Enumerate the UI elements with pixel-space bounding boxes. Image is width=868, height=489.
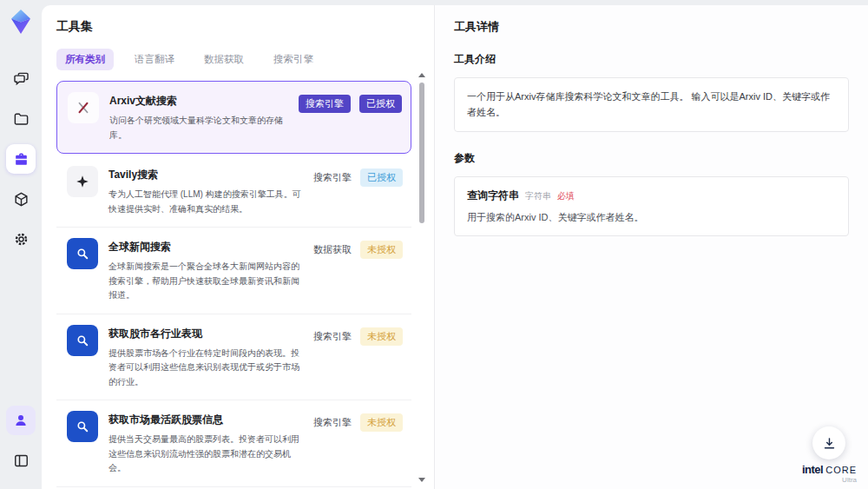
tab-search-engine[interactable]: 搜索引擎 — [265, 49, 322, 70]
corner-widgets: intel CORE Ultra — [802, 426, 857, 484]
tool-name: 全球新闻搜索 — [108, 240, 303, 254]
tool-name: Arxiv文献搜索 — [109, 94, 288, 109]
toolbox-icon — [13, 151, 30, 168]
tool-intro-text: 一个用于从Arxiv存储库搜索科学论文和文章的工具。 输入可以是Arxiv ID… — [454, 77, 849, 132]
tool-list: Arxiv文献搜索 访问各个研究领域大量科学论文和文章的存储库。 搜索引擎 已授… — [56, 81, 434, 489]
tool-name: 获取市场最活跃股票信息 — [108, 413, 303, 427]
stock-search-icon — [67, 411, 98, 442]
left-rail — [0, 0, 42, 489]
gear-icon — [13, 231, 30, 248]
app-logo[interactable] — [8, 9, 34, 38]
gem-logo-icon — [8, 9, 34, 35]
auth-status-badge: 已授权 — [359, 95, 402, 113]
app-root: 工具集 所有类别 语言翻译 数据获取 搜索引擎 A — [0, 0, 868, 489]
auth-status-badge: 未授权 — [360, 413, 403, 432]
tab-all-categories[interactable]: 所有类别 — [56, 49, 114, 70]
nav-chat-button[interactable] — [6, 64, 36, 94]
param-required-flag: 必填 — [557, 190, 575, 202]
nav-files-button[interactable] — [6, 104, 36, 134]
main-surface: 工具集 所有类别 语言翻译 数据获取 搜索引擎 A — [42, 5, 868, 489]
tool-list-scrollbar[interactable] — [418, 73, 426, 482]
intro-section-title: 工具介绍 — [454, 52, 849, 67]
tool-detail-panel: 工具详情 工具介绍 一个用于从Arxiv存储库搜索科学论文和文章的工具。 输入可… — [434, 5, 868, 489]
tool-description: 专为人工智能代理 (LLM) 构建的搜索引擎工具。可快速提供实时、准确和真实的结… — [108, 188, 303, 216]
tab-language-translation[interactable]: 语言翻译 — [126, 49, 183, 70]
param-type: 字符串 — [525, 190, 551, 202]
auth-status-badge: 未授权 — [360, 241, 403, 259]
tool-name: 获取股市各行业表现 — [108, 327, 303, 341]
scroll-up-arrow-icon[interactable] — [418, 73, 425, 77]
intel-core-logo: intel CORE Ultra — [802, 464, 857, 484]
nav-tools-button[interactable] — [6, 144, 36, 174]
nav-panel-toggle-button[interactable] — [6, 446, 36, 475]
scroll-down-arrow-icon[interactable] — [418, 478, 425, 482]
tab-data-fetch[interactable]: 数据获取 — [195, 49, 253, 70]
layout-panel-icon — [13, 453, 30, 469]
intel-wordmark: intel — [802, 464, 823, 475]
tool-description: 提供股票市场各个行业在特定时间段内的表现。投资者可以利用这些信息来识别表现优于或… — [108, 347, 303, 390]
stock-search-icon — [67, 325, 98, 356]
tool-card-tavily[interactable]: Tavily搜索 专为人工智能代理 (LLM) 构建的搜索引擎工具。可快速提供实… — [56, 155, 411, 228]
parameter-item: 查询字符串 字符串 必填 用于搜索的Arxiv ID、关键字或作者姓名。 — [454, 176, 849, 236]
category-label: 搜索引擎 — [313, 327, 352, 343]
news-search-icon — [67, 238, 98, 269]
tool-card-sector-performance[interactable]: 获取股市各行业表现 提供股票市场各个行业在特定时间段内的表现。投资者可以利用这些… — [56, 314, 411, 401]
category-label: 搜索引擎 — [313, 169, 352, 184]
cube-icon — [13, 191, 30, 208]
auth-status-badge: 已授权 — [360, 169, 403, 187]
category-tabs: 所有类别 语言翻译 数据获取 搜索引擎 — [56, 49, 434, 70]
download-button[interactable] — [812, 426, 845, 459]
tool-description: 全球新闻搜索是一个聚合全球各大新闻网站内容的搜索引擎，帮助用户快速获取全球最新资… — [108, 260, 303, 303]
arxiv-logo-icon — [68, 92, 99, 123]
folder-icon — [13, 111, 30, 128]
param-name: 查询字符串 — [467, 188, 519, 203]
tool-card-active-stocks[interactable]: 获取市场最活跃股票信息 提供当天交易量最高的股票列表。投资者可以利用这些信息来识… — [56, 400, 411, 487]
tool-card-global-news[interactable]: 全球新闻搜索 全球新闻搜索是一个聚合全球各大新闻网站内容的搜索引擎，帮助用户快速… — [56, 228, 411, 314]
user-icon — [13, 413, 29, 428]
nav-models-button[interactable] — [6, 184, 36, 214]
nav-settings-button[interactable] — [6, 224, 36, 254]
tool-description: 提供当天交易量最高的股票列表。投资者可以利用这些信息来识别流动性强的股票和潜在的… — [108, 433, 303, 476]
params-section-title: 参数 — [454, 151, 849, 166]
core-wordmark: CORE — [825, 466, 857, 475]
page-title: 工具集 — [56, 19, 434, 35]
ultra-wordmark: Ultra — [842, 477, 857, 484]
category-label: 搜索引擎 — [313, 413, 352, 429]
auth-status-badge: 未授权 — [360, 327, 403, 346]
scrollbar-thumb[interactable] — [419, 83, 424, 223]
download-icon — [822, 436, 837, 451]
tool-description: 访问各个研究领域大量科学论文和文章的存储库。 — [109, 114, 288, 142]
tool-name: Tavily搜索 — [108, 168, 303, 182]
tools-panel: 工具集 所有类别 语言翻译 数据获取 搜索引擎 A — [42, 5, 434, 489]
tavily-star-icon — [67, 166, 98, 197]
nav-profile-button[interactable] — [6, 406, 36, 435]
detail-title: 工具详情 — [454, 19, 849, 35]
chat-icon — [13, 71, 30, 88]
param-description: 用于搜索的Arxiv ID、关键字或作者姓名。 — [467, 211, 836, 224]
category-label: 数据获取 — [313, 241, 352, 256]
tool-card-arxiv[interactable]: Arxiv文献搜索 访问各个研究领域大量科学论文和文章的存储库。 搜索引擎 已授… — [56, 81, 411, 154]
category-badge: 搜索引擎 — [299, 95, 351, 113]
